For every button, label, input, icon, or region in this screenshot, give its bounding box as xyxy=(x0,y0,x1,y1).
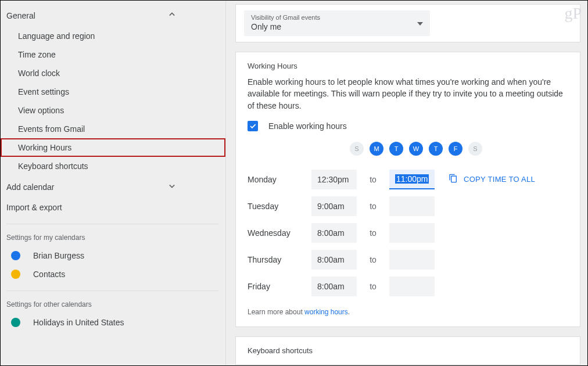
section-description: Enable working hours to let people know … xyxy=(236,76,580,121)
calendar-name: Holidays in United States xyxy=(33,318,124,327)
to-label: to xyxy=(357,282,389,291)
nav-item-label: Events from Gmail xyxy=(18,124,85,134)
enable-working-hours-checkbox[interactable] xyxy=(248,121,258,131)
day-selector: S M T W T F S xyxy=(236,142,526,166)
day-chip-tue[interactable]: T xyxy=(389,142,403,156)
end-time-input[interactable] xyxy=(389,277,435,296)
start-time-input[interactable]: 8:00am xyxy=(311,277,357,296)
enable-working-hours-row: Enable working hours xyxy=(236,121,580,142)
schedule-day-label: Wednesday xyxy=(248,228,311,238)
section-title-working-hours: Working Hours xyxy=(236,52,580,76)
schedule-day-label: Friday xyxy=(248,282,311,291)
working-hours-card: Working Hours Enable working hours to le… xyxy=(235,52,580,327)
divider xyxy=(6,290,218,291)
end-time-input[interactable]: 11:00pm xyxy=(389,170,435,189)
nav-item-language-region[interactable]: Language and region xyxy=(1,27,225,45)
nav-add-calendar[interactable]: Add calendar xyxy=(1,175,225,198)
calendar-row-holidays[interactable]: Holidays in United States xyxy=(1,313,225,332)
app-root: General Language and region Time zone Wo… xyxy=(1,1,587,365)
schedule-row-wednesday: Wednesday 8:00am to xyxy=(236,220,580,246)
nav-item-label: World clock xyxy=(18,69,60,78)
nav-import-export[interactable]: Import & export xyxy=(1,198,225,217)
section-title-keyboard-shortcuts: Keyboard shortcuts xyxy=(236,337,580,364)
day-chip-thu[interactable]: T xyxy=(429,142,443,156)
calendar-color-dot xyxy=(11,251,20,260)
calendar-color-dot xyxy=(11,318,20,327)
nav-add-calendar-label: Add calendar xyxy=(6,182,55,192)
nav-item-label: Keyboard shortcuts xyxy=(18,162,88,171)
end-time-input[interactable] xyxy=(389,223,435,243)
other-calendars-header: Settings for other calendars xyxy=(1,297,225,313)
nav-general-header[interactable]: General xyxy=(1,4,225,27)
visibility-select-text: Visibility of Gmail events Only me xyxy=(251,14,320,31)
keyboard-shortcuts-card: Keyboard shortcuts xyxy=(235,336,580,365)
calendar-row-brian[interactable]: Brian Burgess xyxy=(1,246,225,265)
nav-general-label: General xyxy=(6,11,35,20)
divider xyxy=(6,224,218,224)
start-time-input[interactable]: 8:00am xyxy=(311,250,357,270)
to-label: to xyxy=(357,175,389,184)
schedule-row-thursday: Thursday 8:00am to xyxy=(236,246,580,273)
to-label: to xyxy=(357,202,389,211)
caret-down-icon xyxy=(417,18,423,27)
schedule-day-label: Monday xyxy=(248,175,311,184)
schedule-row-tuesday: Tuesday 9:00am to xyxy=(236,193,580,220)
nav-import-export-label: Import & export xyxy=(6,203,62,212)
calendar-row-contacts[interactable]: Contacts xyxy=(1,265,225,284)
calendar-color-dot xyxy=(11,270,20,279)
schedule-day-label: Tuesday xyxy=(248,202,311,211)
day-chip-sun[interactable]: S xyxy=(350,142,364,156)
nav-item-working-hours[interactable]: Working Hours xyxy=(1,138,225,157)
copy-time-to-all-button[interactable]: COPY TIME TO ALL xyxy=(449,174,535,185)
end-time-input[interactable] xyxy=(389,250,435,270)
copy-icon xyxy=(449,174,458,185)
nav-item-label: Working Hours xyxy=(18,143,71,152)
visibility-select[interactable]: Visibility of Gmail events Only me xyxy=(244,10,430,36)
start-time-input[interactable]: 9:00am xyxy=(311,196,357,216)
learn-more-prefix: Learn more about xyxy=(248,308,304,316)
chevron-down-icon xyxy=(166,180,178,193)
visibility-select-value: Only me xyxy=(251,22,320,31)
nav-item-world-clock[interactable]: World clock xyxy=(1,64,225,82)
nav-item-keyboard-shortcuts[interactable]: Keyboard shortcuts xyxy=(1,157,225,175)
day-chip-fri[interactable]: F xyxy=(449,142,462,156)
calendar-name: Contacts xyxy=(33,270,65,279)
end-time-input[interactable] xyxy=(389,196,435,216)
nav-item-event-settings[interactable]: Event settings xyxy=(1,82,225,101)
nav-item-label: View options xyxy=(18,106,64,115)
calendar-name: Brian Burgess xyxy=(33,251,84,260)
day-chip-mon[interactable]: M xyxy=(370,142,383,156)
start-time-input[interactable]: 8:00am xyxy=(311,223,357,243)
nav-item-label: Event settings xyxy=(18,87,69,96)
visibility-select-label: Visibility of Gmail events xyxy=(251,14,320,21)
nav-item-label: Language and region xyxy=(18,31,95,41)
my-calendars-header: Settings for my calendars xyxy=(1,230,225,246)
nav-item-events-from-gmail[interactable]: Events from Gmail xyxy=(1,120,225,138)
start-time-input[interactable]: 12:30pm xyxy=(311,170,357,189)
learn-more-suffix: . xyxy=(348,308,350,316)
learn-more-link[interactable]: working hours xyxy=(304,308,348,316)
visibility-card: Visibility of Gmail events Only me xyxy=(235,4,580,42)
main-panel: gP Visibility of Gmail events Only me Wo… xyxy=(226,1,587,365)
day-chip-wed[interactable]: W xyxy=(409,142,423,156)
day-chip-sat[interactable]: S xyxy=(468,142,482,156)
schedule-row-monday: Monday 12:30pm to 11:00pm COPY TIME TO A… xyxy=(236,166,580,193)
nav-item-label: Time zone xyxy=(18,50,56,59)
schedule-day-label: Thursday xyxy=(248,255,311,264)
nav-general-section: General Language and region Time zone Wo… xyxy=(1,4,225,175)
chevron-up-icon xyxy=(166,9,178,22)
settings-sidebar: General Language and region Time zone Wo… xyxy=(1,1,226,365)
copy-time-label: COPY TIME TO ALL xyxy=(464,175,535,184)
schedule-row-friday: Friday 8:00am to xyxy=(236,273,580,300)
end-time-value: 11:00pm xyxy=(395,174,429,184)
nav-item-time-zone[interactable]: Time zone xyxy=(1,45,225,64)
to-label: to xyxy=(357,228,389,238)
to-label: to xyxy=(357,255,389,264)
learn-more-line: Learn more about working hours. xyxy=(236,300,580,326)
nav-item-view-options[interactable]: View options xyxy=(1,101,225,120)
watermark: gP xyxy=(564,4,582,23)
enable-working-hours-label: Enable working hours xyxy=(268,121,347,131)
